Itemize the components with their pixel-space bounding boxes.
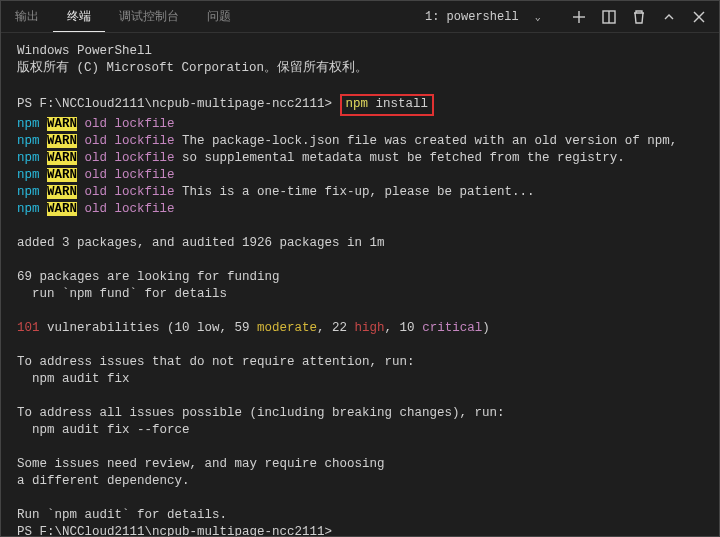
tab-problems[interactable]: 问题 (193, 1, 245, 32)
tab-output[interactable]: 输出 (1, 1, 53, 32)
terminal-selector-label: 1: powershell (425, 10, 519, 24)
terminal-actions (559, 9, 719, 25)
maximize-panel-button[interactable] (661, 9, 677, 25)
terminal-blank (17, 337, 703, 354)
terminal-line: added 3 packages, and audited 1926 packa… (17, 235, 703, 252)
close-panel-button[interactable] (691, 9, 707, 25)
highlighted-command: npm install (340, 94, 435, 116)
terminal-line-prompt: PS F:\NCCloud2111\ncpub-multipage-ncc211… (17, 524, 703, 536)
kill-terminal-button[interactable] (631, 9, 647, 25)
terminal-line-warn: npm WARN old lockfile so supplemental me… (17, 150, 703, 167)
terminal-line: npm audit fix --force (17, 422, 703, 439)
panel-tabs: 输出 终端 调试控制台 问题 (1, 1, 245, 32)
terminal-line-vuln: 101 vulnerabilities (10 low, 59 moderate… (17, 320, 703, 337)
tab-debug-console[interactable]: 调试控制台 (105, 1, 193, 32)
terminal-line-warn: npm WARN old lockfile (17, 167, 703, 184)
tab-terminal[interactable]: 终端 (53, 1, 105, 32)
terminal-line-warn: npm WARN old lockfile This is a one-time… (17, 184, 703, 201)
terminal-selector-dropdown[interactable]: 1: powershell ⌄ (419, 8, 559, 26)
terminal-blank (17, 77, 703, 94)
panel-tabbar: 输出 终端 调试控制台 问题 1: powershell ⌄ (1, 1, 719, 33)
terminal-line: run `npm fund` for details (17, 286, 703, 303)
terminal-panel: 输出 终端 调试控制台 问题 1: powershell ⌄ Windows P… (0, 0, 720, 537)
terminal-line: To address issues that do not require at… (17, 354, 703, 371)
new-terminal-button[interactable] (571, 9, 587, 25)
terminal-line: 版权所有 (C) Microsoft Corporation。保留所有权利。 (17, 60, 703, 77)
terminal-line-warn: npm WARN old lockfile The package-lock.j… (17, 133, 703, 150)
terminal-line: Windows PowerShell (17, 43, 703, 60)
terminal-line: npm audit fix (17, 371, 703, 388)
terminal-blank (17, 490, 703, 507)
terminal-blank (17, 303, 703, 320)
terminal-blank (17, 252, 703, 269)
terminal-line-warn: npm WARN old lockfile (17, 116, 703, 133)
terminal-line: Run `npm audit` for details. (17, 507, 703, 524)
terminal-blank (17, 439, 703, 456)
terminal-output[interactable]: Windows PowerShell版权所有 (C) Microsoft Cor… (1, 33, 719, 536)
terminal-line-warn: npm WARN old lockfile (17, 201, 703, 218)
terminal-blank (17, 218, 703, 235)
terminal-line: To address all issues possible (includin… (17, 405, 703, 422)
chevron-down-icon: ⌄ (535, 11, 541, 23)
terminal-line: 69 packages are looking for funding (17, 269, 703, 286)
terminal-blank (17, 388, 703, 405)
terminal-line: a different dependency. (17, 473, 703, 490)
split-terminal-button[interactable] (601, 9, 617, 25)
terminal-line-prompt: PS F:\NCCloud2111\ncpub-multipage-ncc211… (17, 94, 703, 116)
terminal-line: Some issues need review, and may require… (17, 456, 703, 473)
